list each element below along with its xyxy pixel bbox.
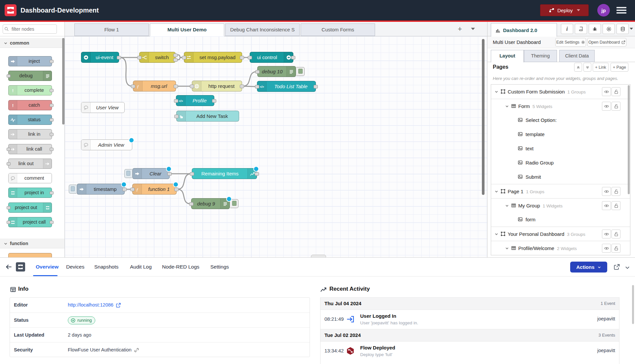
open-dashboard-button[interactable]: Open Dashboard	[587, 38, 626, 47]
visibility-eye-button[interactable]	[602, 201, 611, 210]
editor-link[interactable]: http://localhost:12086	[68, 298, 113, 312]
node-input-port[interactable]	[174, 99, 178, 103]
add-link-button[interactable]: + Link	[593, 63, 609, 72]
flow-tab-custom-forms[interactable]: Custom Forms	[301, 23, 375, 36]
node-output-port[interactable]	[122, 188, 127, 191]
panel-tab-audit-log[interactable]: Audit Log	[130, 258, 152, 276]
expand-all-button[interactable]	[583, 63, 591, 72]
tree-row-profile-welcome[interactable]: Profile/Welcome2 Widgets	[491, 241, 630, 255]
node-input-port[interactable]	[7, 162, 11, 165]
visibility-eye-button[interactable]	[602, 102, 611, 111]
panel-tab-settings[interactable]: Settings	[210, 258, 229, 276]
tree-row-page-1[interactable]: Page 11 Groups	[491, 184, 630, 198]
flow-canvas[interactable]: ui-eventswitchset msg.payloadui controld…	[65, 36, 487, 257]
visibility-eye-button[interactable]	[602, 87, 611, 96]
activity-event-row[interactable]: 08:21:49User Logged InUser 'joepavitt' h…	[320, 310, 619, 329]
flow-tab-flow-1[interactable]: Flow 1	[74, 23, 149, 36]
actions-button[interactable]: Actions	[570, 262, 607, 273]
node-input-port[interactable]	[7, 221, 11, 224]
visibility-eye-button[interactable]	[602, 187, 611, 196]
tab-theming[interactable]: Theming	[524, 50, 557, 62]
node-output-port[interactable]	[174, 188, 179, 191]
debug-bug-button[interactable]	[589, 24, 601, 34]
deploy-button[interactable]: Deploy	[540, 4, 589, 16]
node-output-port[interactable]	[240, 56, 244, 59]
flow-node-ui-control[interactable]: ui control	[250, 52, 293, 63]
flow-tab-debug-chart-inconsistence-s[interactable]: Debug Chart Inconsistence S	[225, 23, 300, 36]
palette-node-status[interactable]: status	[8, 115, 52, 125]
node-output-port[interactable]	[255, 172, 259, 176]
wire[interactable]	[243, 86, 256, 87]
tree-row-submit[interactable]: Submit	[491, 170, 630, 184]
help-book-button[interactable]	[575, 24, 587, 34]
sidebar-scrollbar[interactable]	[628, 85, 630, 194]
settings-gear-button[interactable]	[603, 24, 615, 34]
node-output-port[interactable]	[291, 56, 295, 59]
edit-settings-button[interactable]: Edit Settings	[555, 38, 586, 47]
palette-node-inject[interactable]: inject	[8, 56, 52, 66]
flow-node-ui-event[interactable]: ui-event	[81, 52, 119, 63]
unlock-button[interactable]	[612, 187, 620, 196]
flow-node-remaining-items[interactable]: Remaining Items	[192, 168, 257, 179]
debug-toggle-button[interactable]	[296, 67, 305, 76]
palette-node-link-call[interactable]: link call	[8, 144, 52, 154]
node-output-port[interactable]	[50, 191, 54, 195]
tab-layout[interactable]: Layout	[491, 50, 524, 62]
inject-button[interactable]	[69, 185, 76, 194]
palette-node-comment[interactable]: comment	[8, 173, 52, 183]
tab-dashboard-2[interactable]: Dashboard 2.0	[491, 23, 557, 37]
inject-button[interactable]	[124, 169, 132, 178]
tree-row-my-group[interactable]: My Group1 Widgets	[491, 198, 630, 212]
node-input-port[interactable]	[130, 188, 135, 191]
filter-nodes-input[interactable]	[3, 24, 57, 34]
flow-node-function-1[interactable]: ƒfunction 1	[132, 184, 177, 195]
node-input-port[interactable]	[137, 56, 142, 59]
palette-node-project-out[interactable]: project out	[8, 202, 52, 213]
tree-row-template[interactable]: template	[491, 127, 630, 141]
tree-row-text[interactable]: text	[491, 141, 630, 156]
unlock-button[interactable]	[612, 201, 620, 210]
node-input-port[interactable]	[182, 56, 186, 59]
sidebar-menu-caret-icon[interactable]	[630, 28, 633, 30]
tree-row-form[interactable]: form	[491, 212, 630, 227]
palette-node-link-in[interactable]: link in	[8, 129, 52, 139]
node-input-port[interactable]	[174, 115, 179, 118]
tab-client-data[interactable]: Client Data	[559, 50, 595, 62]
node-output-port[interactable]	[212, 99, 216, 103]
open-editor-icon[interactable]	[614, 264, 620, 270]
flow-node-user-view[interactable]: User View	[81, 102, 125, 113]
tree-row-custom-form-submission[interactable]: Custom Form Submission1 Groups	[491, 85, 630, 99]
tree-row-your-personal-dashboard[interactable]: Your Personal Dashboard3 Groups	[491, 227, 630, 241]
flow-node-switch[interactable]: switch	[139, 52, 176, 63]
chevron-down-icon[interactable]	[504, 104, 510, 109]
tree-row-form[interactable]: Form5 Widgets	[491, 99, 630, 113]
chevron-down-icon[interactable]	[494, 189, 499, 194]
unlock-button[interactable]	[612, 230, 620, 238]
node-output-port[interactable]	[50, 133, 54, 136]
flow-node-debug-10[interactable]: debug 10	[257, 66, 296, 77]
unlock-button[interactable]	[612, 102, 620, 111]
canvas-scrollbar[interactable]	[482, 39, 485, 195]
panel-tab-snapshots[interactable]: Snapshots	[94, 258, 118, 276]
flow-node-http-request[interactable]: http request	[192, 81, 242, 91]
back-arrow-icon[interactable]	[5, 263, 13, 271]
unlock-button[interactable]	[612, 244, 620, 253]
tree-row-select-option-[interactable]: Select Option:	[491, 113, 630, 127]
palette-node-link-out[interactable]: link out	[8, 159, 52, 169]
palette-node-project-in[interactable]: project in	[8, 188, 52, 198]
node-output-port[interactable]	[50, 89, 54, 92]
flow-node-set-msg-payload[interactable]: set msg.payload	[184, 52, 242, 63]
palette-node-complete[interactable]: !complete	[8, 85, 52, 95]
node-input-port[interactable]	[190, 172, 194, 176]
flow-node-timestamp[interactable]: timestamp	[77, 184, 125, 195]
palette-node-partial[interactable]	[8, 253, 52, 257]
node-output-port[interactable]	[240, 85, 244, 88]
wire[interactable]	[120, 57, 132, 86]
flow-node-todo-list-table[interactable]: </>Todo List Table	[257, 81, 316, 92]
node-input-port[interactable]	[189, 202, 193, 206]
node-output-port[interactable]	[167, 172, 172, 176]
flow-node-add-new-task[interactable]: Add New Task	[176, 111, 239, 122]
node-output-port-2[interactable]	[173, 58, 178, 62]
node-output-port[interactable]	[50, 104, 54, 107]
flow-node-clear[interactable]: Clear	[132, 168, 170, 179]
